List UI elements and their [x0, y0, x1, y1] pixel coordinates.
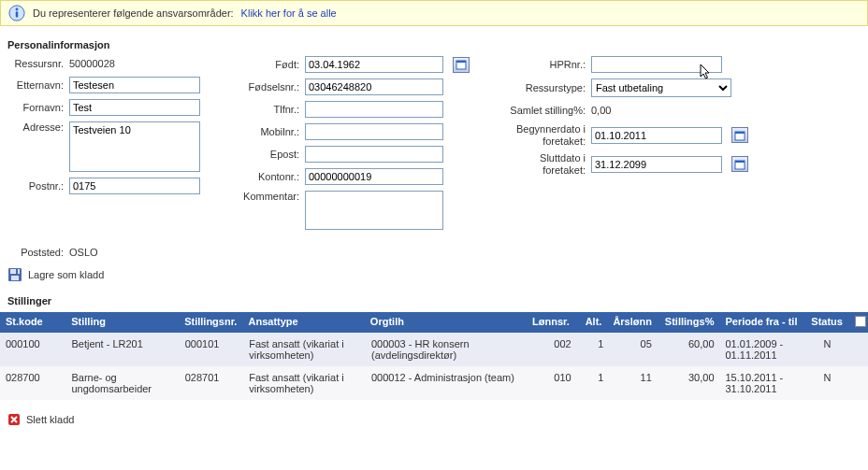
svg-rect-12	[16, 269, 18, 274]
cell-periode: 15.10.2011 - 31.10.2011	[720, 366, 805, 400]
postnr-input[interactable]	[69, 178, 200, 194]
kommentar-label: Kommentar:	[232, 191, 299, 202]
kontonr-input[interactable]	[305, 168, 443, 185]
col-ansattype[interactable]: Ansattype	[243, 312, 365, 333]
cell-stkode: 000100	[0, 333, 65, 366]
info-banner: Du representerer følgende ansvarsområder…	[0, 0, 868, 26]
banner-link-see-all[interactable]: Klikk her for å se alle	[241, 7, 337, 19]
adresse-label: Adresse:	[7, 121, 64, 133]
info-icon	[8, 5, 25, 21]
etternavn-input[interactable]	[69, 77, 200, 93]
cell-arslonn: 11	[609, 366, 658, 400]
mobilnr-label: Mobilnr.:	[232, 126, 299, 137]
ressurstype-select[interactable]: Fast utbetaling	[591, 78, 731, 97]
col-stkode[interactable]: St.kode	[0, 312, 65, 333]
col-orgtilh[interactable]: Orgtilh	[365, 312, 526, 333]
svg-rect-11	[11, 276, 19, 280]
samlet-value: 0,00	[591, 103, 611, 118]
kontonr-label: Kontonr.:	[232, 171, 299, 182]
col-stilling[interactable]: Stilling	[65, 312, 179, 333]
cell-stillingsnr: 028701	[180, 366, 244, 400]
kommentar-input[interactable]	[305, 191, 443, 230]
hprnr-label: HPRnr.:	[501, 59, 586, 70]
cell-stilling: Betjent - LR201	[65, 333, 179, 366]
cell-ansattype: Fast ansatt (vikariat i virksomheten)	[243, 366, 366, 400]
save-draft-button[interactable]: Lagre som kladd	[7, 267, 868, 282]
cell-stillingspct: 60,00	[658, 333, 720, 366]
poststed-value: OSLO	[69, 245, 98, 260]
cell-stillingspct: 30,00	[658, 366, 720, 400]
hprnr-input[interactable]	[591, 56, 722, 73]
col-status[interactable]: Status	[804, 312, 849, 333]
tlfnr-input[interactable]	[305, 101, 443, 118]
cell-alt: 1	[577, 333, 610, 366]
cell-ansattype: Fast ansatt (vikariat i virksomheten)	[243, 333, 366, 366]
cell-arslonn: 05	[609, 333, 658, 366]
cell-lonnsr: 010	[527, 366, 576, 400]
fodselsnr-input[interactable]	[305, 78, 443, 95]
begynnerdato-input[interactable]	[591, 127, 722, 144]
col-stillingspct[interactable]: Stillings%	[658, 312, 719, 333]
form-col-middle: Født: Fødselsnr.: Tlfnr.: Mobilnr.: Epos…	[232, 56, 470, 260]
checkbox-icon	[855, 316, 866, 327]
sluttdato-datepicker-button[interactable]	[731, 156, 748, 172]
fodt-label: Født:	[232, 59, 299, 70]
calendar-icon	[734, 130, 745, 141]
fodt-input[interactable]	[305, 56, 443, 73]
svg-point-1	[16, 8, 19, 11]
ressurstype-label: Ressurstype:	[501, 82, 586, 93]
row-select[interactable]	[849, 333, 868, 366]
table-row[interactable]: 000100 Betjent - LR201 000101 Fast ansat…	[0, 333, 868, 366]
col-select-all[interactable]	[849, 312, 868, 333]
cell-status: N	[805, 366, 850, 400]
calendar-icon	[456, 59, 467, 70]
fodselsnr-label: Fødselsnr.:	[232, 81, 299, 93]
cell-status: N	[805, 333, 850, 366]
cell-alt: 1	[577, 366, 610, 400]
sluttdato-input[interactable]	[591, 156, 722, 173]
fornavn-label: Fornavn:	[7, 102, 64, 113]
adresse-input[interactable]: Testveien 10	[69, 121, 200, 172]
svg-rect-8	[735, 161, 745, 163]
ressursnr-value: 50000028	[69, 56, 115, 71]
col-lonnsr[interactable]: Lønnsr.	[526, 312, 575, 333]
col-arslonn[interactable]: Årslønn	[607, 312, 658, 333]
mobilnr-input[interactable]	[305, 123, 443, 140]
epost-input[interactable]	[305, 146, 443, 163]
col-periode[interactable]: Periode fra - til	[719, 312, 804, 333]
table-row[interactable]: 028700 Barne- og ungdomsarbeider 028701 …	[0, 366, 868, 400]
begynnerdato-datepicker-button[interactable]	[731, 127, 748, 143]
cell-periode: 01.01.2009 - 01.11.2011	[720, 333, 805, 366]
tlfnr-label: Tlfnr.:	[232, 104, 299, 115]
calendar-icon	[734, 159, 745, 170]
personal-info-header: Personalinformasjon	[7, 39, 868, 50]
svg-rect-10	[10, 269, 20, 274]
stillinger-header: Stillinger	[7, 295, 868, 306]
col-alt[interactable]: Alt.	[575, 312, 608, 333]
fornavn-input[interactable]	[69, 99, 200, 116]
grid-header-row: St.kode Stilling Stillingsnr. Ansattype …	[0, 312, 868, 333]
samlet-label: Samlet stilling%:	[501, 105, 586, 117]
ressursnr-label: Ressursnr.	[7, 58, 64, 69]
col-stillingsnr[interactable]: Stillingsnr.	[179, 312, 242, 333]
cell-orgtilh: 000012 - Administrasjon (team)	[366, 366, 527, 400]
floppy-disk-icon	[7, 267, 22, 282]
save-draft-label: Lagre som kladd	[28, 269, 104, 280]
banner-prefix: Du representerer følgende ansvarsområder…	[33, 7, 234, 19]
cell-stkode: 028700	[0, 366, 65, 400]
delete-draft-button[interactable]: Slett kladd	[7, 413, 868, 426]
cell-lonnsr: 002	[527, 333, 576, 366]
cell-orgtilh: 000003 - HR konsern (avdelingsdirektør)	[366, 333, 527, 366]
form-col-left: Ressursnr. 50000028 Etternavn: Fornavn: …	[7, 56, 200, 260]
epost-label: Epost:	[232, 149, 299, 160]
postnr-label: Postnr.:	[7, 180, 64, 192]
poststed-label: Poststed:	[7, 247, 64, 258]
svg-rect-4	[456, 61, 466, 63]
row-select[interactable]	[849, 366, 868, 400]
cell-stillingsnr: 000101	[180, 333, 244, 366]
etternavn-label: Etternavn:	[7, 79, 64, 91]
sluttdato-label: Sluttdato i foretaket:	[501, 152, 586, 176]
delete-draft-label: Slett kladd	[26, 414, 74, 425]
form-col-right: HPRnr.: Ressurstype: Fast utbetaling Sam…	[501, 56, 748, 260]
fodt-datepicker-button[interactable]	[453, 57, 470, 73]
